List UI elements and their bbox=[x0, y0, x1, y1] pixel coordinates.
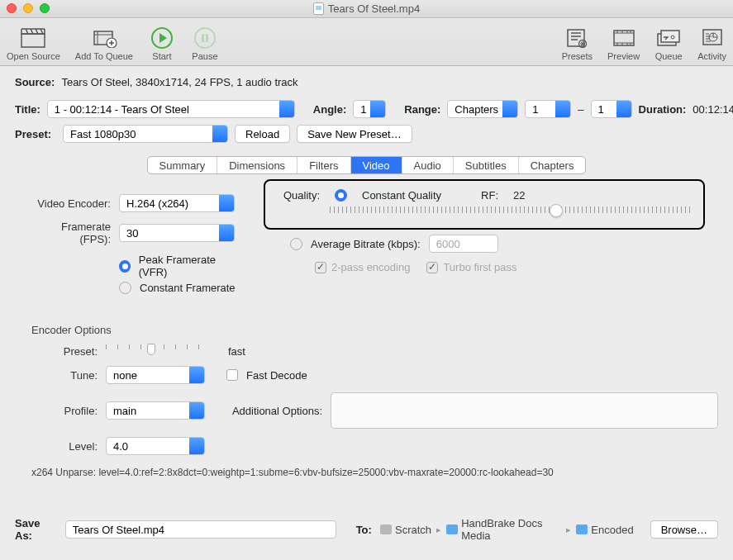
range-dash: – bbox=[578, 103, 583, 116]
level-select[interactable]: 4.0 bbox=[106, 437, 205, 455]
bottom-bar: Save As: To: Scratch ▸ HandBrake Docs Me… bbox=[0, 507, 733, 560]
tabs: Summary Dimensions Filters Video Audio S… bbox=[15, 156, 718, 174]
range-to-select[interactable]: 1 bbox=[591, 100, 632, 118]
minimize-icon[interactable] bbox=[23, 3, 33, 13]
presets-button[interactable]: Presets bbox=[562, 26, 593, 61]
range-from-select[interactable]: 1 bbox=[525, 100, 571, 118]
peak-framerate-radio[interactable] bbox=[119, 260, 131, 273]
svg-rect-11 bbox=[661, 31, 679, 42]
saveas-label: Save As: bbox=[15, 517, 57, 542]
quality-label: Quality: bbox=[277, 189, 320, 202]
tab-subtitles[interactable]: Subtitles bbox=[454, 157, 519, 173]
encoder-options-heading: Encoder Options bbox=[31, 324, 718, 336]
presets-icon bbox=[563, 26, 591, 50]
fps-select[interactable]: 30 bbox=[119, 224, 235, 242]
pause-button[interactable]: Pause bbox=[191, 26, 219, 61]
average-bitrate-radio[interactable] bbox=[290, 238, 302, 250]
turbo-check bbox=[426, 262, 438, 273]
pause-icon bbox=[191, 26, 219, 50]
video-encoder-select[interactable]: H.264 (x264) bbox=[119, 194, 235, 212]
close-icon[interactable] bbox=[7, 3, 17, 13]
folder-icon bbox=[380, 524, 392, 534]
peak-framerate-label: Peak Framerate (VFR) bbox=[139, 254, 237, 278]
toolbar: Open Source Add To Queue Start Pause Pre… bbox=[0, 18, 733, 66]
path-segment: Scratch bbox=[395, 524, 431, 536]
titlebar: Tears Of Steel.mp4 bbox=[0, 0, 733, 18]
toolbar-label: Open Source bbox=[7, 51, 60, 61]
open-source-button[interactable]: Open Source bbox=[7, 26, 60, 61]
folder-icon bbox=[576, 524, 588, 534]
average-bitrate-label: Average Bitrate (kbps): bbox=[311, 238, 421, 250]
encoder-preset-speed: fast bbox=[228, 345, 245, 358]
tab-chapters[interactable]: Chapters bbox=[519, 157, 586, 173]
saveas-field[interactable] bbox=[65, 520, 336, 539]
toolbar-label: Preview bbox=[607, 51, 640, 61]
svg-rect-13 bbox=[703, 30, 721, 45]
add-to-queue-icon bbox=[90, 26, 118, 50]
source-text: Tears Of Steel, 3840x1714, 24 FPS, 1 aud… bbox=[61, 76, 297, 88]
window-title: Tears Of Steel.mp4 bbox=[328, 2, 420, 15]
toolbar-label: Queue bbox=[655, 51, 683, 61]
range-label: Range: bbox=[404, 103, 440, 116]
additional-options-label: Additional Options: bbox=[228, 405, 322, 417]
title-select[interactable]: 1 - 00:12:14 - Tears Of Steel bbox=[47, 100, 295, 118]
save-new-preset-button[interactable]: Save New Preset… bbox=[297, 125, 412, 143]
fps-label: Framerate (FPS): bbox=[28, 221, 111, 245]
toolbar-label: Pause bbox=[192, 51, 217, 61]
two-pass-label: 2-pass encoding bbox=[331, 261, 410, 273]
rf-value: 22 bbox=[513, 189, 525, 202]
encoder-preset-label: Preset: bbox=[15, 345, 98, 358]
add-to-queue-button[interactable]: Add To Queue bbox=[75, 26, 133, 61]
tab-filters[interactable]: Filters bbox=[297, 157, 350, 173]
tune-label: Tune: bbox=[15, 369, 98, 382]
profile-select[interactable]: main bbox=[106, 401, 205, 420]
toolbar-label: Presets bbox=[562, 51, 593, 61]
svg-rect-5 bbox=[202, 34, 204, 42]
svg-point-4 bbox=[195, 28, 215, 48]
tab-summary[interactable]: Summary bbox=[148, 157, 218, 173]
angle-select[interactable]: 1 bbox=[353, 100, 386, 118]
angle-label: Angle: bbox=[313, 103, 346, 116]
constant-framerate-label: Constant Framerate bbox=[140, 282, 236, 294]
start-button[interactable]: Start bbox=[148, 26, 176, 61]
bitrate-field bbox=[429, 235, 498, 253]
source-label: Source: bbox=[15, 76, 55, 88]
toolbar-label: Activity bbox=[697, 51, 726, 61]
fast-decode-check[interactable] bbox=[226, 369, 238, 381]
constant-quality-label: Constant Quality bbox=[362, 189, 441, 202]
path-segment: HandBrake Docs Media bbox=[461, 517, 561, 542]
tab-dimensions[interactable]: Dimensions bbox=[217, 157, 297, 173]
activity-button[interactable]: Activity bbox=[697, 26, 726, 61]
queue-icon bbox=[654, 26, 683, 50]
chevron-right-icon: ▸ bbox=[436, 524, 441, 535]
queue-button[interactable]: Queue bbox=[654, 26, 683, 61]
duration-value: 00:12:14 bbox=[693, 103, 733, 116]
tab-audio[interactable]: Audio bbox=[402, 157, 454, 173]
preset-label: Preset: bbox=[15, 128, 56, 140]
save-path[interactable]: Scratch ▸ HandBrake Docs Media ▸ Encoded bbox=[380, 517, 634, 542]
additional-options-field[interactable] bbox=[331, 392, 718, 429]
path-segment: Encoded bbox=[591, 524, 633, 536]
preset-select[interactable]: Fast 1080p30 bbox=[63, 125, 228, 143]
tab-video[interactable]: Video bbox=[351, 157, 402, 173]
browse-button[interactable]: Browse… bbox=[650, 520, 718, 539]
encoder-preset-slider[interactable] bbox=[106, 344, 208, 358]
svg-rect-6 bbox=[206, 34, 208, 42]
quality-box: Quality: Constant Quality RF: 22 bbox=[264, 179, 705, 230]
range-mode-select[interactable]: Chapters bbox=[447, 100, 518, 118]
encoder-label: Video Encoder: bbox=[28, 197, 111, 210]
film-clapper-icon bbox=[19, 26, 47, 50]
zoom-icon[interactable] bbox=[40, 3, 50, 13]
preview-icon bbox=[610, 26, 638, 50]
constant-framerate-radio[interactable] bbox=[119, 282, 131, 294]
rf-label: RF: bbox=[481, 189, 498, 202]
toolbar-label: Start bbox=[152, 51, 171, 61]
unparse-text: x264 Unparse: level=4.0:ref=2:8x8dct=0:w… bbox=[31, 467, 702, 478]
constant-quality-radio[interactable] bbox=[335, 189, 347, 202]
turbo-label: Turbo first pass bbox=[443, 261, 516, 273]
tune-select[interactable]: none bbox=[106, 366, 205, 384]
fast-decode-label: Fast Decode bbox=[246, 369, 307, 382]
preview-button[interactable]: Preview bbox=[607, 26, 640, 61]
quality-slider[interactable] bbox=[330, 206, 690, 216]
reload-button[interactable]: Reload bbox=[235, 125, 290, 143]
